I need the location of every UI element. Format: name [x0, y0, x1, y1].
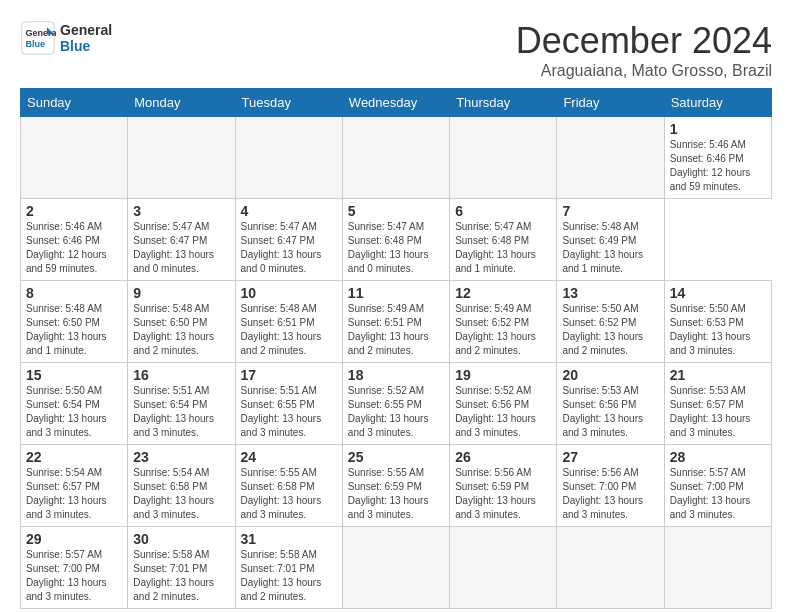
calendar-header-wednesday: Wednesday	[342, 89, 449, 117]
svg-text:Blue: Blue	[25, 39, 45, 49]
calendar-cell	[557, 117, 664, 199]
calendar-cell	[342, 117, 449, 199]
page-header: General Blue General Blue December 2024 …	[20, 20, 772, 80]
day-number: 24	[241, 449, 337, 465]
calendar-cell: 28Sunrise: 5:57 AMSunset: 7:00 PMDayligh…	[664, 445, 771, 527]
calendar-cell	[450, 527, 557, 609]
calendar-cell: 25Sunrise: 5:55 AMSunset: 6:59 PMDayligh…	[342, 445, 449, 527]
day-number: 29	[26, 531, 122, 547]
day-info: Sunrise: 5:46 AMSunset: 6:46 PMDaylight:…	[670, 138, 766, 194]
location-subtitle: Araguaiana, Mato Grosso, Brazil	[516, 62, 772, 80]
day-number: 15	[26, 367, 122, 383]
day-info: Sunrise: 5:53 AMSunset: 6:56 PMDaylight:…	[562, 384, 658, 440]
calendar-header-friday: Friday	[557, 89, 664, 117]
day-number: 26	[455, 449, 551, 465]
day-number: 18	[348, 367, 444, 383]
day-info: Sunrise: 5:47 AMSunset: 6:47 PMDaylight:…	[133, 220, 229, 276]
day-number: 17	[241, 367, 337, 383]
calendar-header-sunday: Sunday	[21, 89, 128, 117]
calendar-cell: 20Sunrise: 5:53 AMSunset: 6:56 PMDayligh…	[557, 363, 664, 445]
day-number: 14	[670, 285, 766, 301]
day-number: 9	[133, 285, 229, 301]
day-info: Sunrise: 5:53 AMSunset: 6:57 PMDaylight:…	[670, 384, 766, 440]
day-number: 2	[26, 203, 122, 219]
calendar-cell: 27Sunrise: 5:56 AMSunset: 7:00 PMDayligh…	[557, 445, 664, 527]
calendar-cell: 30Sunrise: 5:58 AMSunset: 7:01 PMDayligh…	[128, 527, 235, 609]
day-info: Sunrise: 5:47 AMSunset: 6:48 PMDaylight:…	[348, 220, 444, 276]
calendar-cell: 21Sunrise: 5:53 AMSunset: 6:57 PMDayligh…	[664, 363, 771, 445]
day-number: 16	[133, 367, 229, 383]
calendar-cell: 22Sunrise: 5:54 AMSunset: 6:57 PMDayligh…	[21, 445, 128, 527]
calendar-cell	[557, 527, 664, 609]
calendar-header-monday: Monday	[128, 89, 235, 117]
calendar-cell: 23Sunrise: 5:54 AMSunset: 6:58 PMDayligh…	[128, 445, 235, 527]
day-info: Sunrise: 5:48 AMSunset: 6:51 PMDaylight:…	[241, 302, 337, 358]
day-info: Sunrise: 5:54 AMSunset: 6:58 PMDaylight:…	[133, 466, 229, 522]
calendar-cell: 17Sunrise: 5:51 AMSunset: 6:55 PMDayligh…	[235, 363, 342, 445]
calendar-cell: 14Sunrise: 5:50 AMSunset: 6:53 PMDayligh…	[664, 281, 771, 363]
calendar-cell	[664, 527, 771, 609]
day-number: 21	[670, 367, 766, 383]
calendar-cell: 1Sunrise: 5:46 AMSunset: 6:46 PMDaylight…	[664, 117, 771, 199]
logo-general: General	[60, 22, 112, 38]
day-info: Sunrise: 5:47 AMSunset: 6:47 PMDaylight:…	[241, 220, 337, 276]
calendar-cell	[342, 527, 449, 609]
calendar-header-row: SundayMondayTuesdayWednesdayThursdayFrid…	[21, 89, 772, 117]
day-number: 25	[348, 449, 444, 465]
day-info: Sunrise: 5:56 AMSunset: 6:59 PMDaylight:…	[455, 466, 551, 522]
day-number: 4	[241, 203, 337, 219]
calendar-header-thursday: Thursday	[450, 89, 557, 117]
calendar-cell: 4Sunrise: 5:47 AMSunset: 6:47 PMDaylight…	[235, 199, 342, 281]
logo-icon: General Blue	[20, 20, 56, 56]
calendar-header-saturday: Saturday	[664, 89, 771, 117]
calendar-cell: 12Sunrise: 5:49 AMSunset: 6:52 PMDayligh…	[450, 281, 557, 363]
day-info: Sunrise: 5:50 AMSunset: 6:53 PMDaylight:…	[670, 302, 766, 358]
day-info: Sunrise: 5:50 AMSunset: 6:52 PMDaylight:…	[562, 302, 658, 358]
day-number: 30	[133, 531, 229, 547]
day-info: Sunrise: 5:52 AMSunset: 6:56 PMDaylight:…	[455, 384, 551, 440]
calendar-cell: 3Sunrise: 5:47 AMSunset: 6:47 PMDaylight…	[128, 199, 235, 281]
day-info: Sunrise: 5:48 AMSunset: 6:50 PMDaylight:…	[133, 302, 229, 358]
calendar-cell	[235, 117, 342, 199]
calendar-cell: 13Sunrise: 5:50 AMSunset: 6:52 PMDayligh…	[557, 281, 664, 363]
day-info: Sunrise: 5:55 AMSunset: 6:58 PMDaylight:…	[241, 466, 337, 522]
calendar-cell: 6Sunrise: 5:47 AMSunset: 6:48 PMDaylight…	[450, 199, 557, 281]
month-title: December 2024	[516, 20, 772, 62]
logo-area: General Blue General Blue	[20, 20, 112, 56]
calendar-cell: 2Sunrise: 5:46 AMSunset: 6:46 PMDaylight…	[21, 199, 128, 281]
day-number: 6	[455, 203, 551, 219]
day-info: Sunrise: 5:58 AMSunset: 7:01 PMDaylight:…	[133, 548, 229, 604]
day-info: Sunrise: 5:51 AMSunset: 6:54 PMDaylight:…	[133, 384, 229, 440]
day-number: 1	[670, 121, 766, 137]
day-info: Sunrise: 5:56 AMSunset: 7:00 PMDaylight:…	[562, 466, 658, 522]
calendar-cell: 19Sunrise: 5:52 AMSunset: 6:56 PMDayligh…	[450, 363, 557, 445]
day-info: Sunrise: 5:55 AMSunset: 6:59 PMDaylight:…	[348, 466, 444, 522]
calendar-cell: 16Sunrise: 5:51 AMSunset: 6:54 PMDayligh…	[128, 363, 235, 445]
day-info: Sunrise: 5:52 AMSunset: 6:55 PMDaylight:…	[348, 384, 444, 440]
day-info: Sunrise: 5:48 AMSunset: 6:50 PMDaylight:…	[26, 302, 122, 358]
calendar-cell: 9Sunrise: 5:48 AMSunset: 6:50 PMDaylight…	[128, 281, 235, 363]
calendar-cell: 10Sunrise: 5:48 AMSunset: 6:51 PMDayligh…	[235, 281, 342, 363]
calendar-cell: 11Sunrise: 5:49 AMSunset: 6:51 PMDayligh…	[342, 281, 449, 363]
day-number: 5	[348, 203, 444, 219]
day-number: 31	[241, 531, 337, 547]
calendar-cell	[450, 117, 557, 199]
day-info: Sunrise: 5:49 AMSunset: 6:51 PMDaylight:…	[348, 302, 444, 358]
calendar-cell: 7Sunrise: 5:48 AMSunset: 6:49 PMDaylight…	[557, 199, 664, 281]
day-number: 20	[562, 367, 658, 383]
calendar-cell	[128, 117, 235, 199]
calendar-cell: 5Sunrise: 5:47 AMSunset: 6:48 PMDaylight…	[342, 199, 449, 281]
calendar-cell: 29Sunrise: 5:57 AMSunset: 7:00 PMDayligh…	[21, 527, 128, 609]
calendar-table: SundayMondayTuesdayWednesdayThursdayFrid…	[20, 88, 772, 609]
day-info: Sunrise: 5:58 AMSunset: 7:01 PMDaylight:…	[241, 548, 337, 604]
day-number: 7	[562, 203, 658, 219]
calendar-cell: 24Sunrise: 5:55 AMSunset: 6:58 PMDayligh…	[235, 445, 342, 527]
day-number: 3	[133, 203, 229, 219]
day-info: Sunrise: 5:51 AMSunset: 6:55 PMDaylight:…	[241, 384, 337, 440]
day-info: Sunrise: 5:57 AMSunset: 7:00 PMDaylight:…	[670, 466, 766, 522]
day-info: Sunrise: 5:48 AMSunset: 6:49 PMDaylight:…	[562, 220, 658, 276]
logo-blue: Blue	[60, 38, 112, 54]
calendar-cell	[21, 117, 128, 199]
day-number: 22	[26, 449, 122, 465]
day-number: 11	[348, 285, 444, 301]
